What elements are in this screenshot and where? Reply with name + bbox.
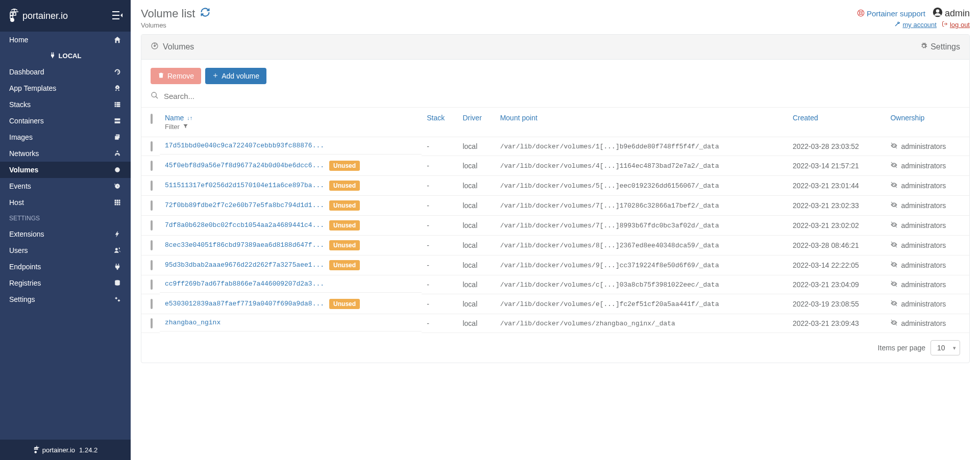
sidebar-item-app-templates[interactable]: App Templates bbox=[0, 80, 131, 96]
sidebar-item-networks[interactable]: Networks bbox=[0, 145, 131, 162]
created-cell: 2022-03-14 22:22:05 bbox=[788, 255, 885, 275]
page-title: Volume list bbox=[141, 7, 210, 20]
column-driver[interactable]: Driver bbox=[457, 108, 495, 137]
eye-off-icon bbox=[890, 181, 898, 190]
row-checkbox[interactable] bbox=[151, 200, 153, 211]
row-checkbox[interactable] bbox=[151, 161, 153, 171]
svg-point-12 bbox=[118, 300, 120, 302]
my-account-link[interactable]: my account bbox=[894, 21, 936, 29]
volume-name-link[interactable]: 17d51bbd0e040c9ca722407cebbb93fc88876... bbox=[165, 142, 324, 149]
th-icon bbox=[113, 199, 121, 206]
refresh-icon[interactable] bbox=[200, 7, 210, 20]
column-ownership[interactable]: Ownership bbox=[885, 108, 969, 137]
filter-button[interactable]: Filter bbox=[165, 123, 416, 131]
row-checkbox[interactable] bbox=[151, 260, 153, 270]
sidebar-item-registries[interactable]: Registries bbox=[0, 275, 131, 291]
column-created[interactable]: Created bbox=[788, 108, 885, 137]
sidebar-item-label: Images bbox=[9, 133, 33, 141]
sidebar: portainer.io Home LOCAL DashboardApp Tem… bbox=[0, 0, 131, 460]
sidebar-item-label: App Templates bbox=[9, 84, 56, 92]
stack-cell: - bbox=[422, 236, 457, 255]
svg-point-15 bbox=[34, 451, 37, 453]
sidebar-item-stacks[interactable]: Stacks bbox=[0, 96, 131, 113]
sidebar-item-dashboard[interactable]: Dashboard bbox=[0, 64, 131, 80]
sidebar-item-home[interactable]: Home bbox=[0, 32, 131, 48]
ownership-cell: administrators bbox=[890, 299, 964, 309]
logo[interactable]: portainer.io bbox=[8, 9, 68, 23]
stack-cell: - bbox=[422, 294, 457, 314]
row-checkbox[interactable] bbox=[151, 299, 153, 309]
tachometer-icon bbox=[113, 68, 121, 75]
volume-name-link[interactable]: 8cec33e04051f86cbd97389aea6d8188d647f... bbox=[165, 241, 324, 249]
volume-name-link[interactable]: 45f0ebf8d9a56e7f8d9677a24b0d04be6dcc6... bbox=[165, 162, 324, 169]
ownership-cell: administrators bbox=[890, 241, 964, 250]
sidebar-item-extensions[interactable]: Extensions bbox=[0, 226, 131, 242]
svg-point-17 bbox=[860, 12, 862, 14]
sidebar-item-label: Host bbox=[9, 198, 24, 207]
search-input[interactable] bbox=[164, 92, 960, 100]
sidebar-item-users[interactable]: Users bbox=[0, 242, 131, 259]
column-name[interactable]: Name↓↑ Filter bbox=[160, 108, 422, 137]
ownership-cell: administrators bbox=[890, 319, 964, 328]
th-list-icon bbox=[113, 101, 121, 108]
sidebar-item-volumes[interactable]: Volumes bbox=[0, 162, 131, 178]
mount-cell: /var/lib/docker/volumes/e[...]fc2ef51cf2… bbox=[495, 294, 788, 314]
server-icon bbox=[113, 117, 121, 124]
row-checkbox[interactable] bbox=[151, 240, 153, 250]
sidebar-toggle-icon[interactable] bbox=[112, 11, 122, 21]
table-row: 17d51bbd0e040c9ca722407cebbb93fc88876...… bbox=[141, 137, 969, 156]
select-all-checkbox[interactable] bbox=[151, 114, 153, 124]
volume-name-link[interactable]: 7df8a0b628e0bc02fccb1054aa2a4689441c4... bbox=[165, 221, 324, 229]
sidebar-item-settings[interactable]: Settings bbox=[0, 291, 131, 308]
row-checkbox[interactable] bbox=[151, 181, 153, 191]
row-checkbox[interactable] bbox=[151, 220, 153, 231]
volume-name-link[interactable]: zhangbao_nginx bbox=[165, 319, 220, 326]
sort-icon: ↓↑ bbox=[187, 115, 192, 121]
lifebuoy-icon bbox=[857, 9, 865, 18]
ownership-cell: administrators bbox=[890, 181, 964, 190]
remove-button[interactable]: Remove bbox=[151, 68, 201, 84]
search-icon bbox=[151, 91, 159, 101]
created-cell: 2022-03-21 23:02:02 bbox=[788, 216, 885, 236]
items-per-page-select[interactable]: 10 bbox=[930, 340, 960, 355]
panel-settings-button[interactable]: Settings bbox=[920, 42, 960, 52]
hdd-icon bbox=[151, 42, 159, 52]
mount-cell: /var/lib/docker/volumes/7[...]170286c328… bbox=[495, 196, 788, 216]
row-checkbox[interactable] bbox=[151, 141, 153, 151]
driver-cell: local bbox=[457, 156, 495, 176]
volume-name-link[interactable]: 95d3b3dbab2aaae9676d22d262f7a3275aee1... bbox=[165, 261, 324, 269]
unused-badge: Unused bbox=[329, 161, 360, 171]
sidebar-item-host[interactable]: Host bbox=[0, 194, 131, 211]
logout-link[interactable]: log out bbox=[942, 21, 970, 29]
sidebar-item-label: Endpoints bbox=[9, 263, 41, 271]
sidebar-item-events[interactable]: Events bbox=[0, 178, 131, 194]
sidebar-item-containers[interactable]: Containers bbox=[0, 113, 131, 129]
sidebar-item-images[interactable]: Images bbox=[0, 129, 131, 145]
sidebar-item-label: Stacks bbox=[9, 100, 31, 109]
sidebar-item-label: Dashboard bbox=[9, 68, 44, 76]
volume-name-link[interactable]: 511511317ef0256d2d1570104e11a6ce897ba... bbox=[165, 182, 324, 189]
volume-name-link[interactable]: e5303012839aa87faef7719a0407f690a9da8... bbox=[165, 300, 324, 308]
volume-name-link[interactable]: cc9ff269b7ad67fab8866e7a446009207d2a3... bbox=[165, 280, 324, 288]
panel-header: Volumes Settings bbox=[141, 35, 969, 60]
sidebar-item-endpoints[interactable]: Endpoints bbox=[0, 259, 131, 275]
eye-off-icon bbox=[890, 241, 898, 250]
eye-off-icon bbox=[890, 319, 898, 328]
ownership-cell: administrators bbox=[890, 142, 964, 151]
svg-point-9 bbox=[115, 248, 118, 250]
add-volume-button[interactable]: Add volume bbox=[205, 68, 266, 84]
column-mount[interactable]: Mount point bbox=[495, 108, 788, 137]
stack-cell: - bbox=[422, 275, 457, 294]
row-checkbox[interactable] bbox=[151, 279, 153, 290]
driver-cell: local bbox=[457, 216, 495, 236]
table-row: 7df8a0b628e0bc02fccb1054aa2a4689441c4...… bbox=[141, 216, 969, 236]
volume-name-link[interactable]: 72f0bb89fdbe2f7c2e60b77e5fa8bc794d1d1... bbox=[165, 201, 324, 209]
support-link[interactable]: Portainer support bbox=[857, 9, 925, 18]
table-row: e5303012839aa87faef7719a0407f690a9da8...… bbox=[141, 294, 969, 314]
stack-cell: - bbox=[422, 196, 457, 216]
column-stack[interactable]: Stack bbox=[422, 108, 457, 137]
created-cell: 2022-03-28 23:03:52 bbox=[788, 137, 885, 156]
row-checkbox[interactable] bbox=[151, 318, 153, 328]
sidebar-item-label: Settings bbox=[9, 295, 35, 303]
eye-off-icon bbox=[890, 280, 898, 289]
